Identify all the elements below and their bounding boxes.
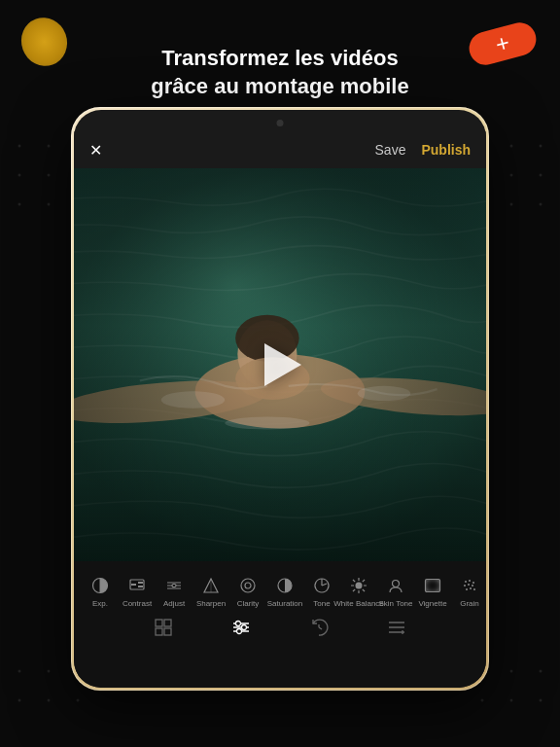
skin-tone-label: Skin Tone: [379, 599, 413, 608]
svg-point-4: [48, 174, 51, 177]
tool-vignette[interactable]: Vignette: [414, 575, 451, 608]
topbar-actions: Save Publish: [375, 142, 471, 158]
tool-exposure[interactable]: Exp.: [82, 575, 119, 608]
vignette-icon: [422, 575, 443, 596]
svg-rect-47: [172, 585, 176, 587]
adjust-label: Adjust: [163, 599, 185, 608]
history-icon: [309, 618, 329, 637]
svg-rect-80: [164, 628, 171, 635]
svg-point-23: [77, 699, 80, 702]
svg-point-64: [393, 581, 400, 587]
tablet-screen: ✕ Save Publish: [74, 110, 486, 688]
play-icon: [264, 343, 301, 386]
svg-point-75: [473, 588, 475, 590]
nav-history[interactable]: [309, 618, 329, 637]
svg-point-16: [510, 203, 513, 206]
svg-point-29: [540, 699, 542, 702]
title-line1: Transformez les vidéos: [161, 46, 398, 70]
svg-point-50: [241, 579, 255, 592]
svg-point-27: [481, 699, 484, 702]
svg-rect-66: [426, 580, 440, 592]
tool-clarity[interactable]: Clarity: [229, 575, 266, 608]
svg-point-3: [18, 174, 21, 177]
svg-point-26: [540, 670, 542, 673]
svg-point-17: [540, 203, 542, 206]
camera-dot: [277, 120, 284, 126]
tool-sharpen[interactable]: Sharpen: [192, 575, 229, 608]
tool-saturation[interactable]: Saturation: [266, 575, 303, 608]
main-title: Transformez les vidéos grâce au montage …: [92, 25, 467, 100]
svg-point-74: [470, 587, 472, 589]
svg-point-14: [540, 174, 542, 177]
nav-grid[interactable]: [154, 618, 173, 637]
svg-point-21: [18, 699, 21, 702]
svg-rect-45: [138, 582, 143, 584]
svg-point-71: [468, 584, 470, 586]
svg-point-13: [510, 174, 513, 177]
grain-icon: [459, 575, 480, 596]
svg-rect-77: [156, 620, 162, 626]
nav-sliders[interactable]: [231, 618, 251, 637]
adjust-icon: [163, 575, 185, 596]
svg-point-51: [245, 583, 251, 588]
tools-row: Exp. Contrast: [74, 561, 486, 608]
svg-line-63: [353, 589, 355, 591]
contrast-icon: [126, 575, 148, 596]
svg-point-55: [356, 583, 363, 589]
tool-adjust[interactable]: Adjust: [156, 575, 192, 608]
tool-white-balance[interactable]: White Balance: [340, 575, 377, 608]
clarity-label: Clarity: [237, 599, 260, 608]
svg-line-62: [363, 580, 365, 582]
svg-point-6: [18, 203, 21, 206]
svg-point-85: [242, 625, 247, 630]
tablet-frame: ✕ Save Publish: [71, 107, 489, 691]
svg-point-68: [469, 580, 471, 582]
svg-point-7: [48, 203, 51, 206]
sliders-icon: [231, 618, 251, 637]
svg-point-69: [472, 582, 474, 584]
title-line2: grâce au montage mobile: [151, 74, 408, 98]
exposure-icon: [89, 575, 111, 596]
saturation-icon: [274, 575, 296, 596]
sharpen-icon: [200, 575, 222, 596]
svg-rect-79: [156, 628, 162, 635]
nav-lines[interactable]: [387, 618, 406, 637]
svg-point-70: [464, 585, 466, 587]
svg-point-28: [510, 699, 513, 702]
save-button[interactable]: Save: [375, 142, 406, 158]
grid-icon: [154, 618, 173, 637]
bottom-toolbar: Exp. Contrast: [74, 561, 486, 688]
svg-point-73: [466, 588, 468, 590]
play-button[interactable]: [251, 336, 309, 394]
svg-point-11: [540, 145, 542, 148]
svg-point-0: [18, 145, 21, 148]
video-preview[interactable]: [74, 168, 486, 561]
tool-grain[interactable]: Grain: [451, 575, 486, 608]
tone-icon: [311, 575, 332, 596]
vignette-label: Vignette: [418, 599, 446, 608]
svg-point-22: [48, 699, 51, 702]
svg-point-25: [510, 670, 513, 673]
svg-point-72: [472, 585, 473, 587]
tool-skin-tone[interactable]: Skin Tone: [377, 575, 414, 608]
editor-topbar: ✕ Save Publish: [74, 131, 486, 168]
publish-button[interactable]: Publish: [421, 142, 471, 158]
svg-point-10: [510, 145, 513, 148]
close-button[interactable]: ✕: [89, 141, 102, 160]
svg-point-18: [18, 670, 21, 673]
bottom-nav: [74, 608, 486, 645]
saturation-label: Saturation: [267, 599, 302, 608]
svg-point-67: [465, 581, 467, 583]
white-balance-icon: [348, 575, 369, 596]
svg-point-1: [48, 145, 51, 148]
svg-point-86: [237, 629, 242, 634]
tool-contrast[interactable]: Contrast: [119, 575, 156, 608]
svg-rect-46: [138, 586, 143, 587]
exposure-label: Exp.: [92, 599, 108, 608]
svg-point-19: [48, 670, 51, 673]
skin-tone-icon: [385, 575, 406, 596]
lines-icon: [387, 618, 406, 637]
svg-rect-44: [131, 584, 136, 586]
svg-line-60: [353, 580, 355, 582]
svg-point-84: [236, 622, 241, 626]
